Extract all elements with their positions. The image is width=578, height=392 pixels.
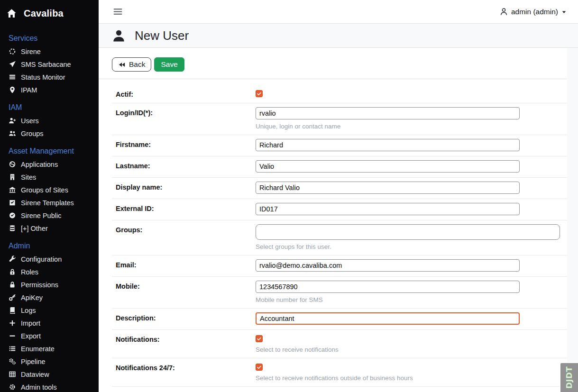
back-button-label: Back [129, 60, 145, 69]
save-button-label: Save [161, 60, 177, 69]
form-row-mobile: Mobile: Mobile number for SMS [112, 277, 567, 309]
sidebar-item-enumerate[interactable]: Enumerate [9, 342, 96, 355]
firstname-input[interactable] [256, 139, 520, 151]
paper-plane-icon [9, 61, 16, 68]
sidebar-item-label: SMS Sarbacane [21, 61, 71, 68]
form-row-groups: Groups: Select groups for this user. [112, 220, 567, 255]
save-button[interactable]: Save [154, 57, 184, 72]
button-toolbar: Back Save [99, 48, 567, 79]
section-title-admin: Admin [9, 242, 96, 250]
sidebar-item-label: Dataview [21, 371, 49, 378]
external-id-input[interactable] [256, 203, 520, 215]
actif-checkbox[interactable] [256, 90, 263, 97]
sidebar-item-label: Export [21, 332, 41, 340]
display-name-input[interactable] [256, 182, 520, 194]
field-label: Notifications: [116, 334, 256, 343]
sidebar-item-groups-of-sites[interactable]: Groups of Sites [9, 183, 96, 196]
hamburger-icon[interactable] [113, 7, 123, 17]
circle-check-icon [9, 212, 16, 219]
main-area: admin (admin) New User Back Save Actif: [99, 0, 578, 392]
form-row-notifications: Notifications: Select to receive notific… [112, 330, 567, 358]
sidebar-item-label: Configuration [21, 255, 62, 263]
back-button[interactable]: Back [112, 57, 151, 72]
lock-icon [9, 281, 16, 288]
sidebar-item-sirene-templates[interactable]: Sirene Templates [9, 196, 96, 209]
sidebar-item-permissions[interactable]: Permissions [9, 278, 96, 291]
sidebar-item-users[interactable]: Users [9, 114, 96, 127]
sidebar-item-apikey[interactable]: ApiKey [9, 291, 96, 304]
sidebar-item-label: Users [21, 117, 39, 125]
sidebar-item-applications[interactable]: Applications [9, 158, 96, 171]
check-icon [257, 91, 262, 96]
building-icon [9, 173, 16, 181]
section-title-services: Services [9, 34, 96, 43]
sidebar-item-sirene[interactable]: Sirene [9, 45, 96, 58]
caret-down-icon [561, 9, 567, 15]
field-label: Login/ID(*): [116, 107, 256, 117]
sidebar-item-label: IPAM [21, 86, 37, 94]
sidebar-item-admin-tools[interactable]: Admin tools [9, 381, 96, 392]
login-id-input[interactable] [256, 107, 520, 119]
sidebar-item-label: Pipeline [21, 358, 46, 365]
notifications-checkbox[interactable] [256, 335, 263, 342]
globe-icon [9, 161, 16, 168]
sidebar-item-other[interactable]: [+] Other [9, 222, 96, 235]
groups-select[interactable] [256, 224, 560, 240]
form-row-notifications-247: Notifications 24/7: Select to receive no… [112, 358, 567, 387]
users-icon [9, 130, 16, 137]
field-label: Lastname: [116, 160, 256, 170]
field-helper: Unique, login or contact name [256, 123, 567, 130]
email-input[interactable] [256, 259, 520, 272]
gear-icon [9, 383, 16, 391]
sidebar-item-dataview[interactable]: Dataview [9, 368, 96, 381]
notifications-247-checkbox[interactable] [256, 364, 263, 371]
field-label: Groups: [116, 224, 256, 234]
sidebar: Cavaliba Services Sirene SMS Sarbacane S… [0, 0, 99, 392]
sidebar-item-roles[interactable]: Roles [9, 265, 96, 278]
new-user-form: Actif: Login/ID(*): Unique, login or con… [99, 79, 567, 392]
sidebar-item-label: Logs [21, 307, 36, 314]
field-label: Firstname: [116, 139, 256, 148]
sidebar-item-label: Import [21, 319, 40, 327]
sidebar-item-sirene-public[interactable]: Sirene Public [9, 209, 96, 222]
home-icon [7, 9, 17, 18]
sidebar-item-configuration[interactable]: Configuration [9, 253, 96, 265]
sidebar-item-export[interactable]: Export [9, 329, 96, 342]
form-row-login-id: Login/ID(*): Unique, login or contact na… [112, 103, 567, 135]
sidebar-item-logs[interactable]: Logs [9, 304, 96, 317]
sidebar-item-ipam[interactable]: IPAM [9, 83, 96, 96]
page-title: New User [135, 28, 189, 43]
field-label: External ID: [116, 203, 256, 212]
check-icon [257, 336, 262, 341]
description-input[interactable] [256, 312, 520, 325]
sidebar-nav: Services Sirene SMS Sarbacane Status Mon… [0, 26, 99, 392]
sidebar-item-label: Sirene Templates [21, 199, 74, 207]
field-label: Display name: [116, 182, 256, 191]
form-row-email: Email: [112, 255, 567, 277]
lastname-input[interactable] [256, 160, 520, 173]
sidebar-item-import[interactable]: Import [9, 317, 96, 329]
sidebar-item-label: Admin tools [21, 383, 57, 391]
user-menu-dropdown[interactable]: admin (admin) [500, 8, 567, 16]
sidebar-item-label: Applications [21, 161, 58, 168]
database-icon [9, 225, 16, 232]
form-row-display-name: Display name: [112, 178, 567, 199]
table-icon [9, 371, 16, 378]
sidebar-item-status-monitor[interactable]: Status Monitor [9, 71, 96, 83]
mobile-input[interactable] [256, 281, 520, 293]
sidebar-item-sites[interactable]: Sites [9, 171, 96, 183]
field-helper: Select to receive notifications [256, 346, 567, 353]
book-icon [9, 307, 16, 314]
brand-logo[interactable]: Cavaliba [0, 0, 99, 26]
wrench-icon [9, 255, 16, 263]
sidebar-item-pipeline[interactable]: Pipeline [9, 355, 96, 368]
form-row-notifications-email: Notifications by Email: Select to receiv… [112, 387, 567, 392]
check-square-icon [9, 199, 16, 206]
sidebar-item-sms-sarbacane[interactable]: SMS Sarbacane [9, 58, 96, 71]
user-lock-icon [9, 268, 16, 275]
list-icon [9, 345, 16, 352]
debug-toolbar-handle[interactable]: DJDT [560, 362, 578, 392]
sidebar-item-groups[interactable]: Groups [9, 127, 96, 140]
sidebar-item-label: Groups of Sites [21, 186, 68, 194]
circle-notch-icon [9, 48, 16, 55]
